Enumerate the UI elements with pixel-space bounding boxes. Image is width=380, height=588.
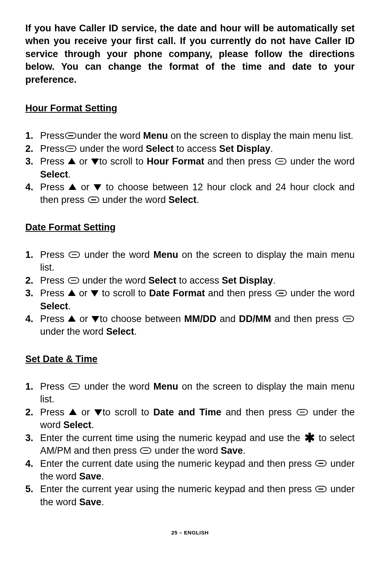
date-format-heading: Date Format Setting	[25, 222, 355, 233]
step-text: and then press	[204, 156, 274, 167]
down-arrow-icon	[94, 409, 102, 416]
step-text: to access	[174, 143, 219, 154]
step-text: Press	[40, 130, 64, 141]
star-icon: ✱	[304, 435, 315, 441]
step-text: Press	[40, 381, 68, 392]
oval-button-icon	[88, 197, 99, 203]
down-arrow-icon	[94, 184, 101, 191]
bold-word: Set Display	[222, 275, 273, 286]
list-item: Enter the current time using the numeric…	[25, 432, 355, 457]
step-text: and then press	[205, 288, 275, 298]
bold-word: Select	[40, 301, 68, 311]
list-item: Press or to scroll to Date and Time and …	[25, 406, 355, 432]
down-arrow-icon	[91, 290, 99, 297]
page-footer: 25 – ENGLISH	[25, 530, 355, 536]
bold-word: Menu	[153, 249, 178, 260]
bold-word: Select	[63, 420, 91, 430]
step-text: to scroll to	[102, 407, 153, 417]
list-item: Press or to choose between MM/DD and DD/…	[25, 312, 355, 338]
down-arrow-icon	[91, 316, 99, 322]
step-text: and then press	[271, 314, 342, 324]
step-text: Press	[40, 288, 68, 298]
bold-word: Select	[148, 275, 177, 286]
list-item: Press under the word Menu on the screen …	[25, 380, 355, 406]
bold-word: Date and Time	[153, 407, 221, 417]
bold-word: Select	[169, 194, 197, 205]
step-text: .	[68, 169, 71, 180]
step-text: .	[101, 471, 104, 482]
oval-button-icon	[315, 486, 327, 492]
set-date-time-steps: Press under the word Menu on the screen …	[25, 380, 355, 508]
bold-word: Select	[106, 326, 134, 337]
step-text: Enter the current date using the numeric…	[40, 458, 315, 469]
bold-word: Set Display	[219, 143, 271, 154]
step-text: to access	[176, 275, 222, 286]
step-text: Press	[40, 249, 68, 260]
step-text: Press	[40, 407, 69, 417]
list-item: Press under the word Select to access Se…	[25, 142, 355, 155]
list-item: Press under the word Menu on the screen …	[25, 248, 355, 274]
step-text: Press	[40, 182, 68, 192]
step-text: .	[243, 445, 246, 456]
step-text: or	[80, 314, 91, 324]
bold-word: DD/MM	[239, 314, 271, 324]
oval-button-icon	[343, 316, 354, 322]
bold-word: Date Format	[149, 288, 205, 298]
step-text: Press	[40, 156, 68, 167]
oval-button-icon	[297, 409, 308, 415]
step-text: .	[196, 194, 199, 205]
list-item: Press or to scroll to Hour Format and th…	[25, 155, 355, 181]
bold-word: Select	[40, 169, 68, 180]
oval-button-icon	[65, 132, 76, 139]
step-text: to scroll to	[99, 156, 147, 167]
step-text: or	[79, 156, 91, 167]
step-text: Press	[40, 275, 67, 286]
bold-word: Save	[221, 445, 243, 456]
bold-word: Save	[79, 471, 101, 482]
set-date-time-heading: Set Date & Time	[25, 354, 355, 365]
step-text: Press	[40, 314, 68, 324]
up-arrow-icon	[68, 158, 76, 164]
step-text: under the word	[102, 194, 169, 205]
bold-word: MM/DD	[184, 314, 216, 324]
bold-word: Select	[146, 143, 174, 154]
step-text: under the word	[80, 275, 148, 286]
intro-paragraph: If you have Caller ID service, the date …	[25, 22, 355, 86]
step-text: or	[81, 407, 94, 417]
list-item: Enter the current date using the numeric…	[25, 457, 355, 483]
step-text: or	[77, 182, 93, 192]
step-text: under the word	[152, 445, 221, 456]
down-arrow-icon	[91, 159, 99, 165]
up-arrow-icon	[69, 409, 77, 415]
step-text: and	[216, 314, 239, 324]
oval-button-icon	[315, 460, 327, 466]
step-text: .	[273, 275, 276, 286]
oval-button-icon	[140, 447, 151, 454]
step-text: .	[134, 326, 137, 337]
step-text: under the word	[40, 326, 106, 337]
oval-button-icon	[68, 277, 79, 284]
up-arrow-icon	[68, 290, 76, 296]
bold-word: Menu	[153, 381, 178, 392]
step-text: to scroll to	[99, 288, 149, 298]
list-item: Press or to scroll to Date Format and th…	[25, 287, 355, 312]
step-text: Enter the current year using the numeric…	[40, 484, 315, 494]
oval-button-icon	[69, 383, 80, 390]
step-text: Enter the current time using the numeric…	[40, 433, 304, 443]
step-text: under the word	[84, 381, 153, 392]
up-arrow-icon	[68, 315, 76, 322]
list-item: Press under the word Select to access Se…	[25, 274, 355, 287]
oval-button-icon	[275, 158, 286, 165]
list-item: Pressunder the word Menu on the screen t…	[25, 129, 355, 142]
hour-format-steps: Pressunder the word Menu on the screen t…	[25, 129, 355, 206]
step-text: under the word	[291, 288, 355, 298]
step-text: under the word	[77, 130, 143, 141]
list-item: Press or to choose between 12 hour clock…	[25, 181, 355, 206]
oval-button-icon	[69, 252, 80, 258]
step-text: .	[68, 301, 71, 311]
step-text: .	[270, 143, 273, 154]
step-text: and then press	[221, 407, 296, 417]
step-text: to choose between	[100, 314, 184, 324]
step-text: or	[79, 288, 90, 298]
step-text: under the word	[290, 156, 355, 167]
